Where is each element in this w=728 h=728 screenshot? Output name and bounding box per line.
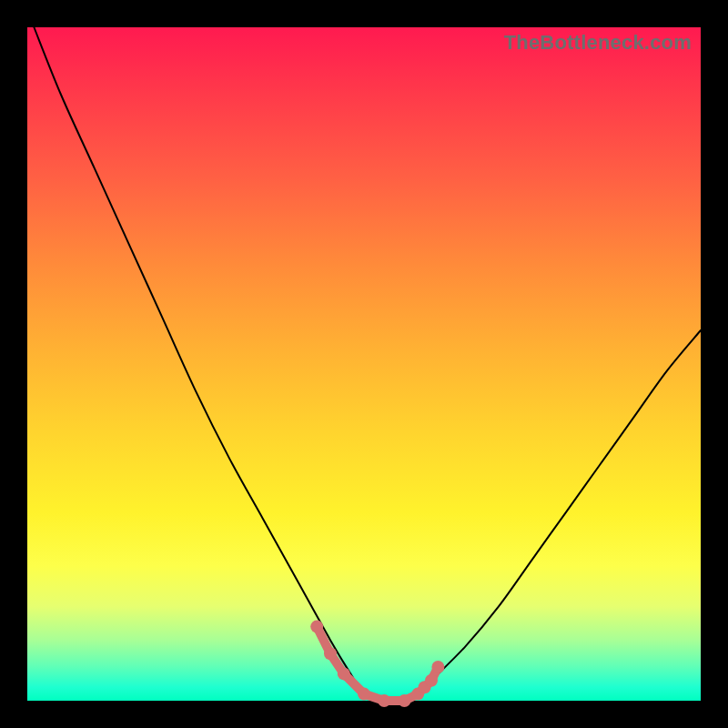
marker-dot	[398, 694, 410, 707]
bottleneck-curve	[27, 27, 701, 701]
marker-dot	[378, 694, 390, 707]
marker-dot	[358, 688, 370, 701]
marker-dot	[324, 647, 337, 660]
marker-group	[310, 621, 444, 707]
plot-area: TheBottleneck.com	[27, 27, 701, 701]
marker-dot	[425, 674, 438, 687]
marker-dot	[310, 621, 323, 633]
marker-dot	[431, 661, 444, 673]
chart-frame: TheBottleneck.com	[0, 0, 728, 728]
marker-dot	[338, 667, 350, 680]
curve-path	[34, 27, 701, 702]
